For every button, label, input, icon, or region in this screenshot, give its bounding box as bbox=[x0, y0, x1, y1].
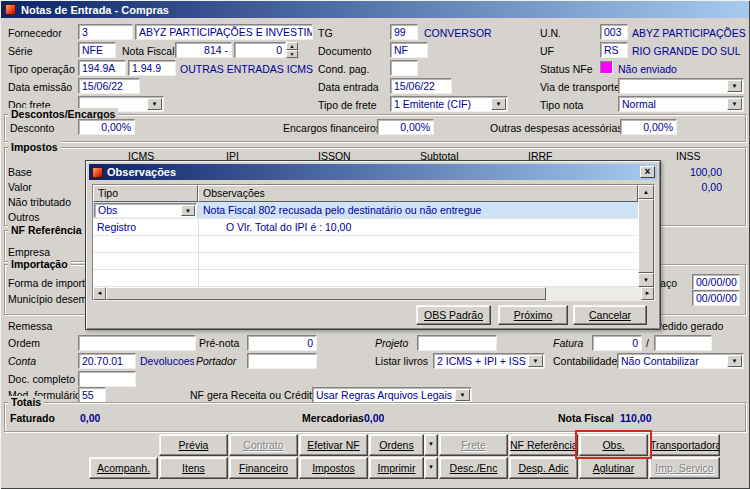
horizontal-scrollbar-thumb[interactable] bbox=[106, 287, 546, 300]
listar-livros-select[interactable]: 2 ICMS + IPI + ISS ▼ bbox=[433, 353, 545, 369]
chevron-down-icon[interactable]: ▼ bbox=[727, 355, 742, 367]
obs-button[interactable]: Obs. bbox=[579, 434, 648, 456]
tipo-select[interactable]: Obs ▼ bbox=[94, 203, 197, 218]
dialog-title: Observações bbox=[107, 166, 176, 178]
nota-fiscal-numero-field[interactable]: 814 - bbox=[175, 42, 232, 58]
vertical-scrollbar[interactable]: ▲ ▼ bbox=[638, 185, 654, 287]
serie-field[interactable]: NFE bbox=[78, 42, 116, 58]
spinner-down-icon[interactable]: ▼ bbox=[286, 50, 298, 58]
doc-completo-field[interactable] bbox=[78, 371, 136, 387]
cond-pag-label: Cond. pag. bbox=[318, 63, 369, 75]
column-header-tipo[interactable]: Tipo bbox=[93, 185, 198, 202]
contabilidade-select[interactable]: Não Contabilizar ▼ bbox=[617, 353, 744, 369]
imprimir-dropdown-icon[interactable]: ▼ bbox=[424, 457, 438, 479]
desc-enc-button[interactable]: Desc./Enc bbox=[439, 457, 508, 479]
vertical-scrollbar-thumb[interactable] bbox=[638, 199, 654, 273]
data-emissao-field[interactable]: 15/06/22 bbox=[78, 78, 140, 94]
acompanh-button[interactable]: Acompanh. bbox=[89, 457, 158, 479]
observacao-text: O Vlr. Total do IPI é : 10,00 bbox=[226, 221, 631, 233]
totais-legend: Totais bbox=[8, 396, 44, 408]
desp-adic-button[interactable]: Desp. Adic bbox=[509, 457, 578, 479]
tipo-nota-select[interactable]: Normal ▼ bbox=[618, 96, 744, 112]
empresa-label: Empresa bbox=[8, 246, 50, 258]
chevron-down-icon[interactable]: ▼ bbox=[181, 205, 195, 216]
nota-fiscal-sub-field[interactable]: 0 bbox=[234, 42, 286, 58]
table-row[interactable]: Obs ▼ Nota Fiscal 802 recusada pelo dest… bbox=[93, 202, 638, 219]
impostos-button[interactable]: Impostos bbox=[299, 457, 368, 479]
ordem-label: Ordem bbox=[8, 337, 40, 349]
fornecedor-name-field[interactable]: ABYZ PARTICIPAÇÕES E INVESTIMENTOS LTDA bbox=[135, 24, 313, 40]
financeiro-button[interactable]: Financeiro bbox=[229, 457, 298, 479]
aglutinar-button[interactable]: Aglutinar bbox=[579, 457, 648, 479]
window-titlebar[interactable]: Notas de Entrada - Compras bbox=[1, 1, 749, 18]
fatura-separator: / bbox=[646, 337, 649, 349]
obs-padrao-button[interactable]: OBS Padrão bbox=[416, 305, 491, 325]
un-label: U.N. bbox=[540, 27, 561, 39]
ordem-field[interactable] bbox=[78, 335, 196, 351]
imprimir-button[interactable]: Imprimir bbox=[369, 457, 424, 479]
nf-gera-select[interactable]: Usar Regras Arquivos Legais ▼ bbox=[312, 387, 472, 403]
un-field[interactable]: 003 bbox=[600, 24, 628, 40]
cancelar-button[interactable]: Cancelar bbox=[573, 305, 647, 325]
chevron-down-icon[interactable]: ▼ bbox=[727, 98, 742, 110]
encargos-field[interactable]: 0,00% bbox=[377, 119, 434, 135]
transportadora-button[interactable]: Transportadora bbox=[649, 434, 720, 456]
chevron-down-icon[interactable]: ▼ bbox=[455, 389, 470, 401]
ordens-button[interactable]: Ordens bbox=[369, 434, 424, 456]
tg-field[interactable]: 99 bbox=[390, 24, 418, 40]
impostos-row-outros: Outros bbox=[8, 211, 40, 223]
outras-despesas-field[interactable]: 0,00% bbox=[620, 119, 677, 135]
documento-field[interactable]: NF bbox=[390, 42, 428, 58]
scroll-up-icon[interactable]: ▲ bbox=[638, 185, 654, 199]
impostos-col-inss: INSS bbox=[676, 150, 701, 162]
close-icon[interactable]: × bbox=[640, 166, 655, 178]
desconto-label: Desconto bbox=[10, 122, 54, 134]
ordens-dropdown-icon[interactable]: ▼ bbox=[424, 434, 438, 456]
spinner-up-icon[interactable]: ▲ bbox=[286, 42, 298, 50]
listar-livros-label: Listar livros bbox=[375, 355, 428, 367]
proximo-button[interactable]: Próximo bbox=[498, 305, 568, 325]
contabilidade-value: Não Contabilizar bbox=[621, 355, 699, 367]
data-desembaraco-field[interactable]: 00/00/00 bbox=[692, 290, 740, 306]
pre-nota-field[interactable]: 0 bbox=[247, 335, 317, 351]
itens-button[interactable]: Itens bbox=[159, 457, 228, 479]
previa-button[interactable]: Prévia bbox=[159, 434, 228, 456]
imp-servico-button: Imp. Serviço bbox=[649, 457, 720, 479]
tipo-operacao-code1-field[interactable]: 194.9A bbox=[78, 60, 126, 76]
chevron-down-icon[interactable]: ▼ bbox=[727, 80, 742, 92]
tipo-value: Registro bbox=[97, 221, 195, 233]
pre-nota-label: Pré-nota bbox=[199, 337, 239, 349]
inss-valor-value: 0,00 bbox=[666, 181, 722, 193]
via-transporte-select[interactable]: ▼ bbox=[618, 78, 744, 94]
fornecedor-code-field[interactable]: 3 bbox=[78, 24, 133, 40]
desconto-field[interactable]: 0,00% bbox=[78, 119, 135, 135]
uf-field[interactable]: RS bbox=[600, 42, 628, 58]
fatura-field-2[interactable] bbox=[654, 335, 712, 351]
dialog-titlebar[interactable]: Observações × bbox=[89, 164, 657, 180]
table-row[interactable]: Registro O Vlr. Total do IPI é : 10,00 bbox=[93, 219, 638, 236]
chevron-down-icon[interactable]: ▼ bbox=[147, 98, 162, 110]
conta-desc: Devolucoes de bbox=[140, 355, 194, 367]
scroll-right-icon[interactable]: ► bbox=[641, 287, 654, 300]
tipo-nota-value: Normal bbox=[622, 98, 656, 110]
documento-label: Documento bbox=[318, 45, 372, 57]
data-entrada-field[interactable]: 15/06/22 bbox=[390, 78, 452, 94]
fatura-field[interactable]: 0 bbox=[592, 335, 642, 351]
conta-field[interactable]: 20.70.01 bbox=[78, 353, 136, 369]
column-header-observacoes[interactable]: Observações bbox=[198, 185, 638, 202]
impostos-row-base: Base bbox=[8, 166, 32, 178]
projeto-field[interactable] bbox=[417, 335, 497, 351]
tipo-operacao-code2-field[interactable]: 1.94.9 bbox=[128, 60, 176, 76]
scroll-down-icon[interactable]: ▼ bbox=[638, 273, 654, 287]
tipo-frete-select[interactable]: 1 Emitente (CIF) ▼ bbox=[390, 96, 508, 112]
mod-formulario-field[interactable]: 55 bbox=[78, 387, 106, 403]
efetivar-nf-button[interactable]: Efetivar NF bbox=[299, 434, 368, 456]
scroll-left-icon[interactable]: ◄ bbox=[93, 287, 106, 300]
portador-field[interactable] bbox=[247, 353, 317, 369]
chevron-down-icon[interactable]: ▼ bbox=[528, 355, 543, 367]
horizontal-scrollbar[interactable]: ◄ ► bbox=[93, 287, 654, 300]
cond-pag-field[interactable] bbox=[390, 60, 418, 76]
data-embarque-field[interactable]: 00/00/00 bbox=[692, 274, 740, 290]
nf-referencia-button[interactable]: NF Referência bbox=[509, 434, 578, 456]
chevron-down-icon[interactable]: ▼ bbox=[491, 98, 506, 110]
